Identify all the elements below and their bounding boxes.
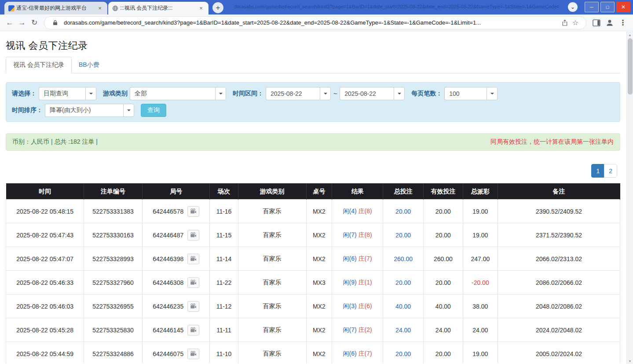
date-end-dropdown-icon[interactable] (394, 87, 405, 100)
round-number: 642446398 (153, 255, 183, 262)
query-type-dropdown-icon[interactable] (85, 87, 96, 100)
page-scrollbar[interactable]: ▲ ▼ (626, 32, 633, 364)
total-bet-link[interactable]: 20.00 (395, 208, 411, 215)
cell-table-no: MX2 (306, 342, 332, 364)
replay-video-icon[interactable] (187, 277, 199, 288)
browser-tab-1[interactable]: 通宝-信誉最好的网上游戏平台 × (4, 2, 107, 15)
payout-value: 19.00 (472, 350, 488, 357)
cell-game-type: 百家乐 (238, 342, 306, 364)
cell-total-bet[interactable]: 20.00 (383, 200, 424, 223)
tab1-title: 通宝-信誉最好的网上游戏平台 (15, 4, 96, 12)
reload-icon[interactable]: ↻ (28, 17, 40, 29)
date-end-select[interactable]: 2025-08-22 (340, 87, 405, 100)
page-button-1[interactable]: 1 (591, 164, 604, 178)
table-row: 2025-08-22 05:46:33522753327960642446308… (6, 271, 620, 295)
page-size-dropdown-icon[interactable] (487, 87, 498, 100)
window-title-text: dorasabs.com/game/betrecord_search/kind3… (234, 4, 559, 9)
minimize-button[interactable]: ─ (585, 2, 599, 12)
query-type-select[interactable]: 日期查询 (39, 87, 96, 100)
scrollbar-thumb[interactable] (628, 38, 633, 95)
cell-note: 2066.02/2313.02 (498, 247, 620, 271)
cell-game-type: 百家乐 (238, 271, 306, 295)
cell-total-bet[interactable]: 24.00 (383, 318, 424, 342)
replay-video-icon[interactable] (187, 254, 199, 264)
cell-total-bet[interactable]: 20.00 (383, 271, 424, 295)
payout-value: 38.00 (472, 303, 488, 310)
column-header-6: 结果 (332, 184, 383, 200)
result-banker: 庄(1) (359, 279, 372, 286)
cell-payout: 38.00 (463, 295, 498, 318)
cell-result: 闲(3) 庄(6) (332, 295, 383, 318)
result-banker: 庄(7) (359, 350, 372, 357)
forward-icon[interactable]: → (16, 17, 28, 29)
cell-round: 642446235 (142, 295, 210, 318)
cell-bet-id: 522753324886 (84, 342, 143, 364)
column-header-0: 时间 (6, 184, 84, 200)
cell-table-no: MX3 (306, 271, 332, 295)
cell-total-bet[interactable]: 20.00 (383, 223, 424, 247)
date-start-select[interactable]: 2025-08-22 (266, 87, 331, 100)
cell-bet-id: 522753331383 (84, 200, 143, 223)
total-bet-link[interactable]: 20.00 (395, 279, 411, 286)
sort-select[interactable]: 降幂(由大到小) (45, 104, 134, 117)
sort-value[interactable]: 降幂(由大到小) (45, 104, 123, 117)
browser-tab-2[interactable]: :::视讯 会员下注纪录::: × (108, 2, 209, 15)
cell-round: 642446075 (142, 342, 210, 364)
query-type-value[interactable]: 日期查询 (39, 87, 85, 100)
address-bar[interactable]: dorasabs.com/game/betrecord_search/kind3… (44, 16, 586, 29)
result-player: 闲(9) (343, 279, 357, 286)
game-type-label: 游戏类别 (103, 90, 128, 98)
browser-window: 通宝-信誉最好的网上游戏平台 × :::视讯 会员下注纪录::: × + dor… (0, 0, 633, 364)
lock-icon (50, 18, 60, 28)
bet-records-table: 时间注单编号局号场次游戏类别桌号结果总投注有效投注总派彩备注 2025-08-2… (6, 183, 620, 364)
page-button-2[interactable]: 2 (604, 164, 617, 178)
back-icon[interactable]: ← (4, 17, 16, 29)
total-bet-link[interactable]: 24.00 (395, 327, 411, 334)
menu-dots-icon[interactable]: ⋮ (616, 17, 629, 29)
total-bet-link[interactable]: 20.00 (395, 350, 411, 357)
result-banker: 庄(8) (359, 207, 372, 215)
game-type-value[interactable]: 全部 (130, 87, 215, 100)
total-bet-link[interactable]: 260.00 (394, 255, 413, 262)
chevron-down-icon[interactable]: ⌄ (568, 2, 578, 12)
tab-betrecord[interactable]: 视讯 会员下注纪录 (6, 57, 72, 73)
replay-video-icon[interactable] (187, 206, 199, 217)
game-type-select[interactable]: 全部 (130, 87, 226, 100)
tab2-close-icon[interactable]: × (198, 5, 205, 12)
cell-round: 642446398 (142, 247, 210, 271)
sort-dropdown-icon[interactable] (123, 104, 134, 117)
total-bet-link[interactable]: 20.00 (395, 232, 411, 239)
cell-total-bet[interactable]: 40.00 (383, 295, 424, 318)
tab1-close-icon[interactable]: × (96, 5, 103, 12)
scrollbar-up-icon[interactable]: ▲ (627, 32, 633, 38)
tab-bb-tip[interactable]: BB小费 (72, 57, 106, 73)
page-size-select[interactable]: 100 (444, 87, 498, 100)
bookmark-star-icon[interactable]: ☆ (570, 18, 581, 28)
cell-valid-bet: 20.00 (424, 342, 463, 364)
replay-video-icon[interactable] (187, 325, 199, 335)
total-bet-link[interactable]: 40.00 (395, 303, 411, 310)
summary-warning-text: 同局有效投注，统一计算在该局第一张注单内 (490, 138, 614, 146)
new-tab-button[interactable]: + (212, 2, 223, 13)
game-type-dropdown-icon[interactable] (215, 87, 226, 100)
cell-total-bet[interactable]: 260.00 (383, 247, 424, 271)
close-button[interactable]: ✕ (616, 2, 630, 12)
result-player: 闲(7) (343, 326, 357, 333)
replay-video-icon[interactable] (187, 349, 199, 359)
search-button[interactable]: 查询 (141, 104, 166, 117)
cell-result: 闲(9) 庄(1) (332, 271, 383, 295)
date-end-value[interactable]: 2025-08-22 (340, 87, 394, 100)
side-panel-icon[interactable] (590, 17, 603, 29)
page-size-value[interactable]: 100 (444, 87, 487, 100)
replay-video-icon[interactable] (187, 301, 199, 312)
cell-total-bet[interactable]: 20.00 (383, 342, 424, 364)
cell-session: 11-11 (210, 318, 238, 342)
date-start-value[interactable]: 2025-08-22 (266, 87, 320, 100)
scrollbar-down-icon[interactable]: ▼ (627, 358, 633, 364)
share-icon[interactable] (560, 18, 570, 28)
result-player: 闲(3) (343, 302, 357, 309)
maximize-button[interactable]: □ (600, 2, 615, 12)
profile-avatar-icon[interactable] (603, 17, 616, 29)
date-start-dropdown-icon[interactable] (320, 87, 331, 100)
replay-video-icon[interactable] (187, 230, 199, 240)
